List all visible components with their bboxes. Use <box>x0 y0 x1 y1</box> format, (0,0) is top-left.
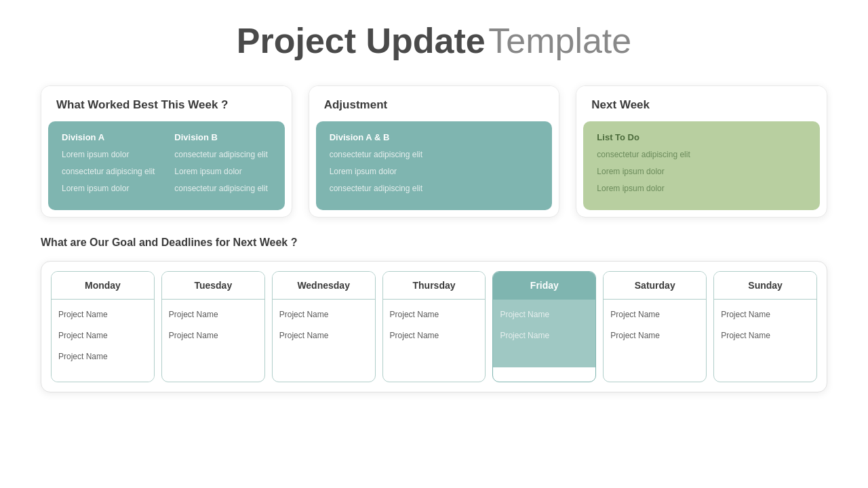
card-adjustment-title: Adjustment <box>324 98 388 111</box>
day-col-sunday: Sunday Project Name Project Name <box>713 271 817 382</box>
saturday-item-2: Project Name <box>610 330 699 342</box>
day-header-sunday: Sunday <box>714 272 816 300</box>
wednesday-item-1: Project Name <box>279 309 368 321</box>
weekly-grid: Monday Project Name Project Name Project… <box>41 261 827 392</box>
division-a-title: Division A <box>62 132 158 142</box>
card-next-week: Next Week List To Do consectetur adipisc… <box>576 85 827 218</box>
day-col-thursday: Thursday Project Name Project Name <box>382 271 486 382</box>
tuesday-item-1: Project Name <box>169 309 258 321</box>
monday-item-3: Project Name <box>58 351 147 363</box>
division-a-item-1: Lorem ipsum dolor <box>62 149 158 161</box>
division-a-item-2: consectetur adipiscing elit <box>62 166 158 178</box>
title-section: Project Update Template <box>41 20 827 61</box>
saturday-item-1: Project Name <box>610 309 699 321</box>
card-next-week-header: Next Week <box>576 86 827 121</box>
division-b-title: Division B <box>174 132 271 142</box>
day-col-monday: Monday Project Name Project Name Project… <box>51 271 155 382</box>
day-col-saturday: Saturday Project Name Project Name <box>603 271 707 382</box>
friday-item-2: Project Name <box>500 330 589 342</box>
next-week-item-1: consectetur adipiscing elit <box>597 149 806 161</box>
title-bold: Project Update <box>237 21 486 60</box>
card-what-worked-cols: Division A Lorem ipsum dolor consectetur… <box>62 132 271 199</box>
adjustment-item-3: consectetur adipiscing elit <box>330 183 539 195</box>
wednesday-item-2: Project Name <box>279 330 368 342</box>
card-adjustment: Adjustment Division A & B consectetur ad… <box>309 85 560 218</box>
day-header-wednesday: Wednesday <box>273 272 375 300</box>
division-b-item-3: consectetur adipiscing elit <box>174 183 271 195</box>
division-a-item-3: Lorem ipsum dolor <box>62 183 158 195</box>
sunday-item-2: Project Name <box>721 330 810 342</box>
goals-title: What are Our Goal and Deadlines for Next… <box>41 237 827 249</box>
card-next-week-body: List To Do consectetur adipiscing elit L… <box>583 121 820 210</box>
thursday-item-1: Project Name <box>390 309 479 321</box>
adjustment-item-1: consectetur adipiscing elit <box>330 149 539 161</box>
day-col-wednesday: Wednesday Project Name Project Name <box>272 271 376 382</box>
card-adjustment-header: Adjustment <box>309 86 559 121</box>
monday-item-2: Project Name <box>58 330 147 342</box>
day-header-saturday: Saturday <box>604 272 706 300</box>
next-week-item-3: Lorem ipsum dolor <box>597 183 806 195</box>
goals-section: What are Our Goal and Deadlines for Next… <box>41 237 827 392</box>
card-what-worked: What Worked Best This Week ? Division A … <box>41 85 292 218</box>
day-header-thursday: Thursday <box>383 272 486 300</box>
card-adjustment-body: Division A & B consectetur adipiscing el… <box>316 121 553 210</box>
list-to-do-title: List To Do <box>597 132 806 142</box>
day-body-sunday: Project Name Project Name <box>714 300 816 367</box>
card-what-worked-header: What Worked Best This Week ? <box>41 86 292 121</box>
next-week-item-2: Lorem ipsum dolor <box>597 166 806 178</box>
adjustment-item-2: Lorem ipsum dolor <box>330 166 539 178</box>
day-body-thursday: Project Name Project Name <box>383 300 486 367</box>
card-what-worked-body: Division A Lorem ipsum dolor consectetur… <box>48 121 285 210</box>
day-header-monday: Monday <box>52 272 154 300</box>
page: Project Update Template What Worked Best… <box>0 0 868 488</box>
thursday-item-2: Project Name <box>390 330 479 342</box>
card-next-week-title: Next Week <box>591 98 650 111</box>
sunday-item-1: Project Name <box>721 309 810 321</box>
division-b-item-1: consectetur adipiscing elit <box>174 149 271 161</box>
day-col-friday: Friday Project Name Project Name <box>492 271 596 382</box>
day-body-monday: Project Name Project Name Project Name <box>52 300 154 381</box>
top-cards-row: What Worked Best This Week ? Division A … <box>41 85 827 218</box>
day-body-tuesday: Project Name Project Name <box>162 300 264 367</box>
division-ab-title: Division A & B <box>330 132 539 142</box>
title-light: Template <box>488 21 631 60</box>
division-b-col: Division B consectetur adipiscing elit L… <box>174 132 271 199</box>
day-body-friday: Project Name Project Name <box>493 300 595 367</box>
day-header-friday: Friday <box>493 272 595 300</box>
day-header-tuesday: Tuesday <box>162 272 264 300</box>
division-b-item-2: Lorem ipsum dolor <box>174 166 271 178</box>
tuesday-item-2: Project Name <box>169 330 258 342</box>
day-col-tuesday: Tuesday Project Name Project Name <box>161 271 265 382</box>
friday-item-1: Project Name <box>500 309 589 321</box>
division-a-col: Division A Lorem ipsum dolor consectetur… <box>62 132 158 199</box>
day-body-saturday: Project Name Project Name <box>604 300 706 367</box>
card-what-worked-title: What Worked Best This Week ? <box>56 98 228 111</box>
day-body-wednesday: Project Name Project Name <box>273 300 375 367</box>
monday-item-1: Project Name <box>58 309 147 321</box>
